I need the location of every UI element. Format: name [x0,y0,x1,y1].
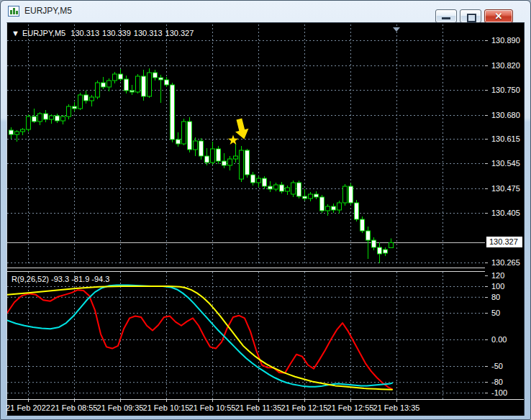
bear-candle [205,156,209,163]
time-axis-label: 21 Feb 11:35 [235,403,281,412]
ohlc-low: 130.313 [134,29,163,37]
minimize-icon [442,17,450,19]
bear-candle [84,95,88,101]
price-axis-label-tick [485,115,488,116]
bull-candle [211,149,215,163]
restore-icon [467,14,476,22]
price-axis[interactable]: 130.327 130.890130.820130.750130.680130.… [485,23,524,399]
close-icon: ✕ [485,11,512,22]
bull-candle [274,185,278,189]
indicator-axis-label-tick [485,275,488,276]
bull-candle [38,114,42,122]
time-axis-tick [166,400,167,402]
chart-area[interactable]: ▼EURJPY,M5 130.313130.339130.313130.327 … [6,22,525,416]
bear-candle [372,240,376,247]
ohlc-open: 130.313 [71,29,99,37]
ohlc-symbol: EURJPY,M5 [22,29,65,37]
chart-expander-icon[interactable]: ▼ [12,29,19,37]
bull-candle [389,243,394,248]
indicator-axis-label: 50 [491,309,500,317]
indicator-pane[interactable] [7,272,485,399]
indicator-axis-label: -80 [491,378,503,386]
bear-candle [32,117,37,122]
time-axis[interactable]: 21 Feb 202221 Feb 08:5521 Feb 09:3521 Fe… [7,399,524,416]
price-axis-label-tick [485,188,488,189]
price-axis-label: 130.750 [491,86,520,94]
ohlc-close: 130.327 [165,29,194,37]
bull-candle [136,76,140,92]
indicator-readout: R(9,26,52) -93.3 -81.9 -94.3 [12,275,109,283]
bull-candle [50,116,54,119]
time-axis-tick [396,400,397,402]
ohlc-readout[interactable]: ▼EURJPY,M5 130.313130.339130.313130.327 [12,29,196,37]
bear-candle [55,116,60,121]
bull-candle [15,132,19,134]
bull-candle [61,117,65,121]
bear-candle [320,197,324,211]
price-axis-label: 130.680 [491,111,520,119]
bull-candle [182,122,186,144]
bear-candle [217,149,221,161]
bear-candle [355,203,359,219]
chart-shift-marker-icon [393,27,400,32]
ohlc-high: 130.339 [102,29,131,37]
indicator-axis-label-tick [485,393,488,393]
bull-candle [107,81,112,87]
indicator-name: R(9,26,52) [12,275,49,283]
time-axis-label: 21 Feb 10:55 [189,403,236,412]
time-axis-tick [212,400,213,402]
yellow-indicator-line [7,286,392,390]
time-axis-tick [258,400,259,402]
bear-candle [188,122,192,150]
close-button[interactable]: ✕ [484,9,513,23]
bull-candle [291,183,296,194]
indicator-axis-label: -100 [491,388,507,397]
indicator-axis-label: 80 [491,293,500,301]
time-axis-label: 21 Feb 2022 [6,403,50,412]
time-axis-label: 21 Feb 13:35 [373,403,420,412]
bear-candle [360,219,365,231]
title-bar[interactable]: EURJPY,M5 ✕ [1,1,530,22]
price-pane[interactable] [7,24,485,265]
bull-candle [194,141,198,150]
bull-candle [228,159,232,165]
chart-window: EURJPY,M5 ✕ ▼EURJPY,M5 130.313130.339130… [0,0,531,420]
bear-candle [263,178,267,186]
bull-candle [67,106,71,117]
time-axis-label: 21 Feb 12:55 [327,403,374,412]
indicator-axis-label-tick [485,339,488,340]
price-axis-label: 130.405 [491,209,520,217]
price-axis-label: 130.475 [491,184,520,193]
bear-candle [73,106,77,109]
indicator-values: -93.3 -81.9 -94.3 [51,275,109,283]
minimize-button[interactable] [435,9,457,23]
indicator-axis-label: 0.00 [491,335,507,344]
restore-button[interactable] [460,9,481,23]
price-axis-label-tick [485,262,488,263]
price-axis-label-tick [485,65,488,66]
bull-candle [90,97,94,101]
bear-candle [303,196,307,198]
time-axis-tick [120,400,121,402]
bull-candle [257,178,261,183]
bear-candle [153,73,158,78]
bear-candle [171,85,175,140]
price-axis-label-tick [485,40,488,41]
bull-candle [96,83,100,97]
star-icon[interactable] [228,135,238,145]
bear-candle [297,183,301,196]
time-axis-tick [350,400,351,402]
bear-candle [44,114,48,119]
candlestick-chart-icon [8,6,19,17]
indicator-axis-label: 120 [491,271,504,280]
window-title: EURJPY,M5 [24,6,72,16]
sell-arrow-icon[interactable] [232,117,250,141]
bear-candle [9,130,14,134]
bull-candle [21,129,25,132]
bear-candle [251,175,255,183]
indicator-axis-label-tick [485,313,488,314]
bull-candle [240,150,244,179]
time-axis-label: 21 Feb 12:15 [281,403,328,412]
bull-candle [148,73,152,96]
bear-candle [101,83,106,87]
